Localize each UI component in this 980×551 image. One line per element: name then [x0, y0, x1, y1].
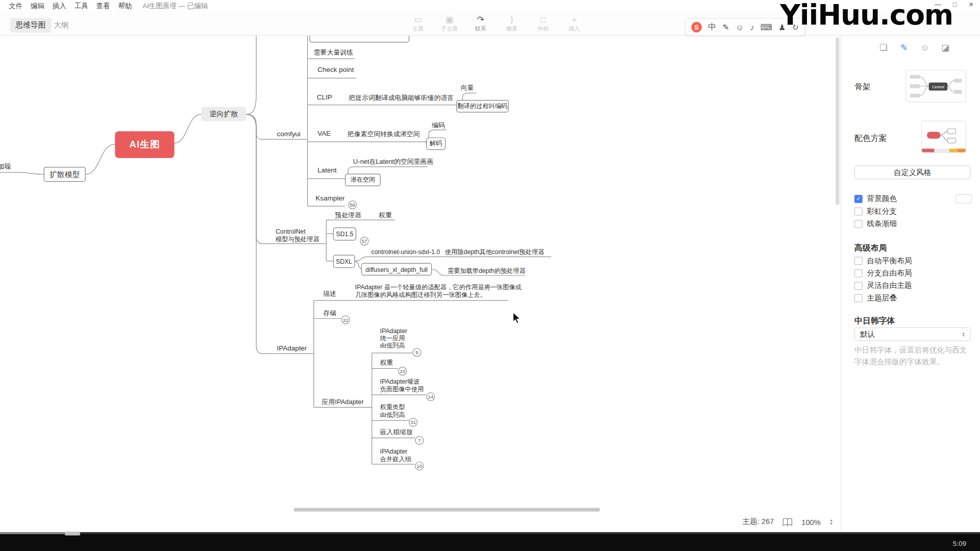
- tab-mindmap[interactable]: 思维导图: [10, 18, 52, 33]
- tag-icon[interactable]: ◪: [939, 41, 952, 54]
- format-panel-icon[interactable]: ✎: [897, 41, 911, 54]
- menu-item-3[interactable]: 插入: [53, 1, 66, 10]
- mindmap-node[interactable]: 扩散模型: [44, 167, 86, 182]
- minimize-button[interactable]: —: [935, 1, 941, 8]
- ime-mic-icon[interactable]: ♪: [750, 22, 754, 31]
- style-option-checkbox-2[interactable]: [854, 207, 863, 215]
- horizontal-scrollbar-thumb[interactable]: [294, 508, 600, 512]
- collapsed-count-badge[interactable]: 56: [348, 201, 357, 209]
- sticker-icon[interactable]: ☺: [918, 41, 932, 54]
- collapsed-count-badge[interactable]: 7: [415, 436, 424, 445]
- mindmap-node[interactable]: 需要大量训练: [314, 49, 353, 56]
- mindmap-node[interactable]: ControlNet 模型与预处理器: [276, 228, 320, 242]
- mindmap-node[interactable]: 权重: [379, 212, 392, 219]
- mindmap-node[interactable]: IPAdapter 合并嵌入组: [380, 448, 411, 462]
- mindmap-node[interactable]: 权重: [380, 359, 393, 366]
- mindmap-node[interactable]: 需要加载带depth的预处理器: [448, 267, 526, 274]
- style-option-checkbox-3[interactable]: [854, 219, 863, 228]
- mindmap-node[interactable]: 解码: [426, 137, 446, 149]
- mindmap-node[interactable]: 应用IPAdapter: [322, 398, 364, 406]
- book-icon[interactable]: [782, 517, 793, 526]
- collapsed-count-badge[interactable]: 31: [409, 418, 418, 427]
- ime-lang-toggle[interactable]: 中: [708, 21, 716, 33]
- layout-option-checkbox-3[interactable]: [854, 282, 863, 290]
- mindmap-node[interactable]: 存储: [323, 310, 336, 317]
- mindmap-node[interactable]: IPAdapter 是一个轻量级的适配器，它的作用是将一张图像或 几张图像的风格…: [355, 284, 522, 298]
- style-copy-icon[interactable]: ❏: [877, 41, 890, 54]
- tab-outline[interactable]: 大纲: [54, 20, 68, 31]
- mindmap-canvas[interactable]: 加噪扩散模型AI生图逆向扩散需要大量训练Check pointcomfyuiCL…: [0, 35, 841, 508]
- mindmap-node[interactable]: SDXL: [333, 255, 355, 268]
- format-sidebar: ❏✎☺◪ 骨架 Central 配色方案: [841, 35, 980, 533]
- mindmap-node[interactable]: 预处理器: [335, 212, 361, 219]
- mindmap-node[interactable]: IPAdapter 统一应用 由低到高: [380, 328, 407, 349]
- mindmap-node[interactable]: SD1.5: [333, 228, 356, 241]
- mindmap-node[interactable]: 逆向扩散: [201, 107, 246, 121]
- toolbar-subtopic-button[interactable]: ▣子主题: [439, 14, 460, 33]
- video-progress-track[interactable]: [0, 532, 980, 534]
- central-topic-node[interactable]: AI生图: [115, 131, 174, 158]
- menu-item-5[interactable]: 查看: [96, 1, 110, 10]
- mindmap-node[interactable]: diffusers_xl_depth_full: [361, 263, 432, 276]
- menu-item-4[interactable]: 工具: [75, 1, 88, 10]
- collapsed-count-badge[interactable]: 10: [398, 367, 407, 375]
- close-button[interactable]: ✕: [968, 1, 973, 8]
- collapsed-count-badge[interactable]: 9: [412, 348, 421, 357]
- toolbar-insert-button[interactable]: +插入: [564, 14, 585, 33]
- style-option-checkbox-1[interactable]: ✓: [854, 194, 863, 203]
- mindmap-node[interactable]: U-net在Latent的空间里画画: [353, 158, 433, 165]
- mindmap-node[interactable]: 编码: [432, 122, 445, 129]
- mindmap-node[interactable]: Ksampler: [315, 195, 345, 202]
- collapsed-count-badge[interactable]: 14: [426, 392, 435, 401]
- toolbar-topic-button[interactable]: ▭主题: [407, 14, 429, 33]
- layout-option-checkbox-4[interactable]: [854, 294, 863, 302]
- ime-tools-icon[interactable]: ↻: [792, 22, 799, 31]
- ime-emoji-icon[interactable]: ☺: [736, 22, 744, 31]
- mindmap-node[interactable]: 把像素空间转换成潜空间: [348, 131, 420, 138]
- layout-option-checkbox-2[interactable]: [854, 269, 863, 277]
- mindmap-node[interactable]: IPAdapter: [277, 345, 307, 352]
- ime-user-icon[interactable]: ♟: [778, 22, 786, 31]
- toolbar-frame-button[interactable]: □外框: [532, 14, 554, 33]
- video-progress-thumb[interactable]: [65, 532, 80, 535]
- maximize-button[interactable]: □: [953, 1, 957, 8]
- mindmap-node[interactable]: Check point: [317, 66, 354, 73]
- collapsed-count-badge[interactable]: 57: [360, 237, 369, 245]
- menu-item-1[interactable]: 文件: [9, 1, 22, 10]
- mindmap-node[interactable]: IPAdapter噪波 负面图像中使用: [380, 378, 424, 392]
- mindmap-node[interactable]: controlnet-union-sdxl-1.0: [371, 248, 440, 256]
- mindmap-node[interactable]: 使用除depth其他controlnet预处理器: [445, 248, 545, 256]
- cjk-font-select[interactable]: 默认 ▲▼: [854, 328, 971, 341]
- ime-keyboard-icon[interactable]: ⌨: [761, 22, 772, 31]
- horizontal-scrollbar[interactable]: [0, 508, 841, 512]
- mindmap-node[interactable]: Latent: [317, 167, 336, 174]
- mindmap-node[interactable]: 潜在空间: [345, 173, 381, 186]
- layout-option-checkbox-1[interactable]: [854, 257, 863, 265]
- color-scheme-thumbnail[interactable]: [921, 120, 966, 153]
- mindmap-node[interactable]: VAE: [317, 130, 331, 137]
- mindmap-node[interactable]: 嵌入组缩放: [380, 429, 412, 436]
- collapsed-count-badge[interactable]: 10: [415, 462, 424, 470]
- toolbar-summary-button[interactable]: }概要: [501, 14, 523, 33]
- ime-pen-icon[interactable]: ✎: [723, 22, 729, 31]
- mindmap-node[interactable]: 向量: [460, 84, 474, 91]
- collapsed-count-badge[interactable]: 22: [341, 315, 350, 324]
- zoom-level[interactable]: 100%: [801, 517, 821, 526]
- mindmap-node[interactable]: 描述: [323, 290, 336, 297]
- mindmap-node[interactable]: 加噪: [0, 163, 11, 170]
- menu-item-2[interactable]: 编辑: [31, 1, 44, 10]
- zoom-stepper[interactable]: ▲▼: [829, 519, 833, 525]
- sogou-logo[interactable]: S: [691, 21, 702, 32]
- vertical-scrollbar[interactable]: [836, 37, 839, 205]
- background-color-swatch[interactable]: [955, 194, 972, 203]
- menu-item-6[interactable]: 帮助: [118, 1, 132, 10]
- skeleton-thumbnail[interactable]: Central: [905, 70, 966, 103]
- mindmap-node[interactable]: [309, 35, 409, 43]
- mindmap-node[interactable]: comfyui: [277, 131, 300, 138]
- mindmap-node[interactable]: 翻译的过程叫编码: [456, 100, 509, 112]
- custom-style-button[interactable]: 自定义风格: [854, 165, 971, 179]
- mindmap-node[interactable]: 把提示词翻译成电脑能够听懂的语言: [349, 94, 454, 102]
- mindmap-node[interactable]: 权重类型 由低到高: [380, 404, 405, 418]
- mindmap-node[interactable]: CLIP: [317, 94, 332, 101]
- toolbar-relation-button[interactable]: ↷联系: [470, 14, 492, 33]
